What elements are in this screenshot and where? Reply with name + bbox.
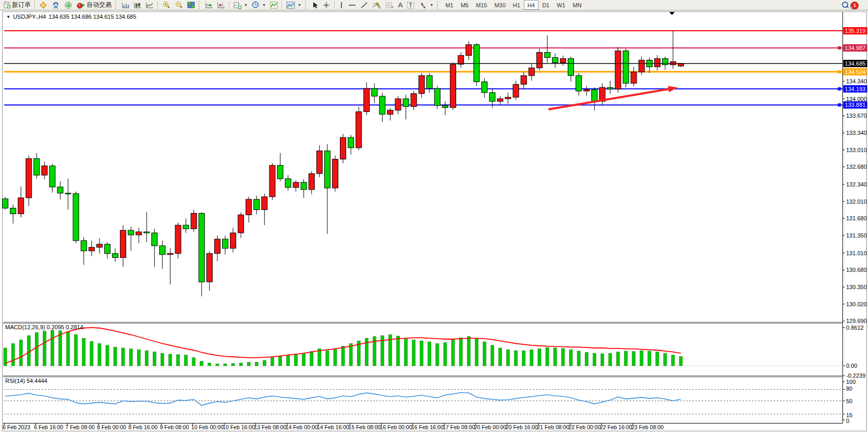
price-label-text: 134.193 [845,86,866,92]
candle-bull [238,215,244,233]
candle-bear [199,213,204,282]
macd-hist-bar [671,355,675,366]
candle-bull [316,151,322,174]
price-axis-tick: 133.340 [846,130,867,136]
candle-bull [262,197,267,210]
macd-hist-bar [640,351,643,366]
macd-hist-bar [491,345,494,366]
candle-bear [57,187,63,193]
candle-bear [50,166,55,187]
macd-hist-bar [224,364,227,366]
macd-hist-bar [263,360,266,366]
candle-bear [73,194,79,241]
candle-bull [678,64,684,66]
macd-hist-bar [192,358,195,366]
macd-hist-bar [515,351,518,366]
macd-hist-bar [208,363,211,366]
time-axis-label: 17 Feb 08:00 [443,424,475,430]
candle-bear [607,88,613,89]
candle-bull [42,166,47,175]
macd-hist-bar [498,348,502,366]
price-label-text: 135.319 [845,28,866,34]
price-axis-tick: 133.010 [846,147,867,153]
macd-hist-bar [310,352,313,366]
macd-hist-bar [75,335,78,366]
time-axis-label: 15 Feb 08:00 [348,424,381,430]
macd-hist-bar [506,350,509,366]
macd-hist-bar [577,351,580,366]
candle-bull [26,159,32,198]
candle-bear [34,159,40,176]
macd-hist-bar [405,338,408,366]
candle-bull [395,99,401,110]
candle-bull [191,213,197,229]
macd-hist-bar [216,364,219,366]
chart-collapse-icon[interactable]: ▼ [6,15,10,19]
macd-hist-bar [625,351,628,366]
macd-hist-bar [114,347,117,366]
candle-bear [183,225,189,229]
macd-hist-bar [90,341,93,366]
candle-bear [65,193,71,194]
macd-hist-bar [483,342,486,366]
macd-hist-bar [538,349,541,366]
candle-bear [623,51,629,83]
price-axis-tick: 134.340 [846,78,867,84]
candle-bear [10,208,16,214]
rsi-pane-label: RSI(14) 54.4444 [5,378,47,384]
macd-hist-bar [608,353,612,366]
rsi-axis-tick: 100 [846,379,855,385]
candle-bull [521,76,527,84]
macd-axis-tick: -0.2239 [846,372,865,379]
macd-hist-bar [569,350,572,366]
candle-bear [144,232,150,233]
candle-bear [3,199,8,208]
candle-bull [356,111,362,147]
price-axis-tick: 132.680 [846,164,867,170]
macd-hist-bar [271,358,274,366]
chart-canvas[interactable]: 134.340134.000133.670133.340133.010132.6… [0,0,868,436]
price-axis-tick: 132.340 [846,181,867,188]
time-axis-label: 6 Feb 2023 [3,424,30,430]
candle-bull [309,173,314,190]
macd-hist-bar [302,353,305,366]
rsi-label: RSI(14) [5,378,25,384]
macd-hist-bar [278,356,282,366]
candle-bull [340,138,346,159]
macd-hist-bar [467,337,470,366]
macd-pane-label: MACD(12,26,9) 0.2095 0.2814 [5,324,83,330]
candle-bull [364,89,370,112]
price-axis-tick: 133.670 [846,113,867,119]
macd-axis-tick: 0.00 [846,363,857,369]
macd-hist-bar [27,335,30,366]
time-axis-label: 10 Feb 00:00 [191,424,224,430]
price-axis-tick: 132.010 [846,198,867,205]
time-axis-label: 6 Feb 16:00 [34,424,63,430]
candle-bull [584,90,590,91]
macd-hist-bar [546,347,549,366]
price-axis-tick: 130.350 [846,284,867,290]
time-axis-label: 16 Feb 16:00 [411,424,444,430]
time-axis: 6 Feb 20236 Feb 16:007 Feb 08:008 Feb 00… [3,423,664,430]
macd-hist-bar [554,348,557,366]
time-axis-label: 20 Feb 00:00 [474,424,507,430]
time-axis-label: 22 Feb 16:00 [600,424,632,430]
candle-bear [576,76,582,91]
candle-bull [560,58,566,63]
price-label-text: 133.881 [845,102,866,108]
macd-hist-bar [326,351,329,366]
chart-title-bar[interactable]: ▼ USDJPY-,H4 134.635 134.686 134.615 134… [6,14,136,20]
candle-bull [214,239,220,254]
candle-bull [230,233,236,248]
macd-hist-bar [11,344,15,366]
macd-hist-bar [648,351,651,366]
price-line-handle [838,46,841,49]
candle-bear [482,82,487,93]
macd-hist-bar [177,355,180,366]
price-line-handle [838,103,841,106]
candle-bull [387,110,393,114]
mt4-terminal: 新订单 自动交易 [0,0,868,436]
candle-bear [324,151,330,188]
macd-hist-bar [436,344,439,366]
time-axis-label: 8 Feb 16:00 [128,424,157,430]
